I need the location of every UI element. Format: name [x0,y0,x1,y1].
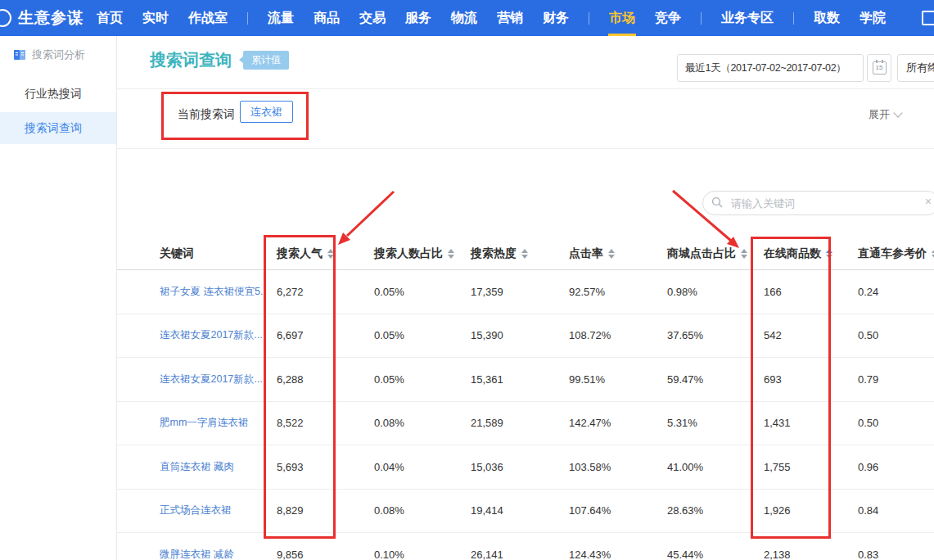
table-cell: 693 [757,373,851,386]
table-cell: 2,138 [757,549,851,560]
brand-name: 生意参谋 [18,7,83,29]
sort-down-icon [448,255,454,259]
calendar-button[interactable]: 15 [867,54,891,82]
sort-down-icon [741,255,747,259]
table-cell: 0.96 [851,461,934,473]
table-cell: 99.51% [553,373,651,386]
column-header-在线商品数[interactable]: 在线商品数 [757,237,851,270]
keyword-link[interactable]: 肥mm一字肩连衣裙 [160,416,266,430]
column-header-点击率[interactable]: 点击率 [553,237,651,270]
nav-item-作战室[interactable]: 作战室 [178,0,237,36]
nav-item-交易[interactable]: 交易 [350,0,395,36]
keyword-link[interactable]: 连衣裙女夏2017新款... [160,328,266,342]
nav-item-营销[interactable]: 营销 [487,0,533,36]
column-header-商城点击占比[interactable]: 商城点击占比 [651,237,757,270]
column-header-搜索热度[interactable]: 搜索热度 [458,237,553,270]
keyword-link[interactable]: 直筒连衣裙 藏肉 [160,460,266,474]
nav-divider [701,12,702,25]
book-icon [13,49,26,61]
date-range-selector[interactable]: 最近1天（2017-07-02~2017-07-02） [677,54,864,82]
sort-icon[interactable] [448,249,454,259]
nav-item-流量[interactable]: 流量 [258,0,304,36]
nav-item-服务[interactable]: 服务 [395,0,441,36]
keyword-link[interactable]: 微胖连衣裙 减龄 [160,548,266,560]
nav-item-取数[interactable]: 取数 [804,0,850,36]
nav-item-label: 物流 [451,10,477,27]
table-row: 肥mm一字肩连衣裙 8,5220.08%21,589142.47%5.31%1,… [117,402,934,446]
clear-icon[interactable]: × [925,195,932,208]
table-cell: 142.47% [553,417,651,429]
nav-item-label: 市场 [609,10,635,27]
column-header-label: 商城点击占比 [667,246,736,261]
column-header-label: 搜索人气 [277,246,323,261]
table-header: 关键词 搜索人气 搜索人数占比 搜索热度 点击率 [117,237,934,270]
table-cell: 6,697 [266,329,360,341]
table-cell: 0.98% [651,286,757,298]
table-cell: 1,431 [757,417,851,429]
sort-down-icon [521,255,528,259]
table-row: 裙子女夏 连衣裙便宜5... 6,2720.05%17,35992.57%0.9… [117,270,934,314]
sort-down-icon [327,255,334,259]
sidebar-item-search-word-query[interactable]: 搜索词查询 [0,112,116,144]
table-cell: 21,589 [458,417,553,429]
table-cell: 0.24 [851,286,934,298]
table-cell: 8,829 [266,504,360,517]
sort-down-icon [826,255,832,259]
column-header-label: 在线商品数 [764,246,821,261]
nav-item-实时[interactable]: 实时 [133,0,178,36]
nav-item-市场[interactable]: 市场 [599,0,645,36]
sort-icon[interactable] [327,249,334,259]
sort-up-icon [826,249,832,253]
keyword-link[interactable]: 连衣裙女夏2017新款... [160,373,266,386]
expand-toggle[interactable]: 展开 [869,107,901,122]
keyword-search: × [702,191,934,215]
nav-item-学院[interactable]: 学院 [850,0,896,36]
keyword-link[interactable]: 正式场合连衣裙 [160,504,266,517]
sort-icon[interactable] [741,249,747,259]
keyword-cell: 肥mm一字肩连衣裙 [150,416,266,430]
keyword-cell: 正式场合连衣裙 [150,504,266,517]
column-header-搜索人气[interactable]: 搜索人气 [266,237,360,270]
top-nav: 生意参谋 首页 实时 作战室 流量 商品 交易 服务 物流 营销 财务 市场 竞… [0,0,934,36]
sort-icon[interactable] [521,249,528,259]
nav-item-label: 交易 [359,10,386,27]
table-cell: 0.05% [360,373,458,386]
sort-icon[interactable] [826,249,832,259]
column-header-label: 直通车参考价 [858,246,927,261]
brand[interactable]: 生意参谋 [7,7,83,29]
sidebar-item-industry-hot-words[interactable]: 行业热搜词 [0,82,116,105]
sort-icon[interactable] [608,249,615,259]
table-cell: 45.44% [651,549,757,560]
keyword-cell: 微胖连衣裙 减龄 [150,548,266,560]
nav-item-财务[interactable]: 财务 [533,0,579,36]
search-icon [711,196,724,209]
terminal-selector[interactable]: 所有终端 [897,54,934,82]
current-keyword-tag[interactable]: 连衣裙 [240,101,293,123]
sort-up-icon [448,249,454,253]
nav-item-首页[interactable]: 首页 [87,0,133,36]
column-header-关键词[interactable]: 关键词 [150,237,266,270]
chevron-down-icon [893,108,902,117]
mail-icon[interactable] [922,11,934,25]
column-header-直通车参考价[interactable]: 直通车参考价 [851,237,934,270]
nav-item-label: 财务 [543,10,569,27]
nav-item-label: 服务 [405,10,431,27]
column-header-label: 关键词 [160,246,194,261]
nav-item-竞争[interactable]: 竞争 [645,0,691,36]
sort-up-icon [741,249,747,253]
nav-item-label: 实时 [142,10,169,27]
nav-item-label: 流量 [268,10,294,27]
column-header-搜索人数占比[interactable]: 搜索人数占比 [360,237,458,270]
nav-item-业务专区[interactable]: 业务专区 [711,0,783,36]
table-cell: 15,361 [458,373,553,386]
table-cell: 103.58% [553,461,651,473]
nav-item-label: 作战室 [188,10,228,27]
sort-down-icon [608,255,615,259]
keyword-search-input[interactable] [702,191,934,215]
page-title: 搜索词查询 [150,49,232,71]
keyword-link[interactable]: 裙子女夏 连衣裙便宜5... [160,285,266,299]
table-cell: 15,390 [458,329,553,341]
nav-item-物流[interactable]: 物流 [441,0,487,36]
divider [117,88,934,89]
nav-item-商品[interactable]: 商品 [304,0,350,36]
